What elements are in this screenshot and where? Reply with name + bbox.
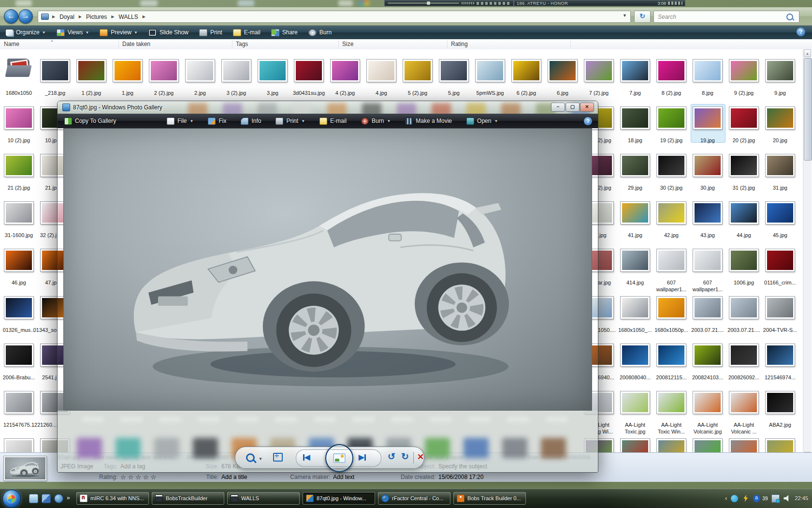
address-dropdown-icon[interactable]: ▼ <box>623 13 627 18</box>
file-thumbnail[interactable] <box>621 107 650 129</box>
window-switcher-icon[interactable] <box>42 494 51 503</box>
file-thumbnail[interactable] <box>4 154 33 177</box>
quick-launch-media-icon[interactable] <box>54 494 63 503</box>
slide-show-button[interactable]: Slide Show <box>148 29 188 36</box>
file-thumbnail[interactable] <box>766 107 795 129</box>
file-thumbnail[interactable] <box>729 107 758 129</box>
clock[interactable]: 22:45 <box>795 495 808 501</box>
file-thumbnail[interactable] <box>657 107 686 129</box>
breadcrumb-item-doyal[interactable]: Doyal <box>58 14 75 20</box>
gallery-titlebar[interactable]: 87qt0.jpg - Windows Photo Gallery –▢✕ <box>58 101 598 114</box>
file-thumbnail[interactable] <box>4 297 33 319</box>
breadcrumb-item-pictures[interactable]: Pictures <box>85 14 108 20</box>
file-thumbnail[interactable] <box>621 344 650 366</box>
play-slideshow-button[interactable] <box>325 444 353 472</box>
taskbar-button-mirc-6-34-with-nns-[interactable]: mIRC 6.34 with NNS... <box>76 492 149 505</box>
file-thumbnail[interactable] <box>4 391 33 414</box>
file-thumbnail[interactable] <box>77 60 106 82</box>
messenger-tray-icon[interactable] <box>753 495 760 502</box>
dropdown-caret-icon[interactable]: ▼ <box>134 30 138 35</box>
file-thumbnail[interactable] <box>657 249 686 271</box>
file-thumbnail[interactable] <box>439 60 468 82</box>
field-value[interactable]: 15/06/2008 17:20 <box>438 474 483 480</box>
file-thumbnail[interactable] <box>621 202 650 224</box>
file-thumbnail[interactable] <box>331 60 360 82</box>
file-thumbnail[interactable] <box>621 60 650 82</box>
dropdown-caret-icon[interactable]: ▼ <box>42 30 46 35</box>
scrollbar-thumb[interactable] <box>804 58 812 161</box>
file-thumbnail[interactable] <box>367 60 396 82</box>
copy-to-gallery-button[interactable]: Copy To Gallery <box>64 118 116 125</box>
winamp-seek-bar[interactable] <box>388 2 459 4</box>
breadcrumb[interactable]: ▶Doyal▶Pictures▶WALLS▶ <box>38 11 631 23</box>
file-thumbnail[interactable] <box>729 154 758 177</box>
file-thumbnail[interactable] <box>512 60 541 82</box>
file-thumbnail[interactable] <box>693 154 722 177</box>
file-thumbnail[interactable] <box>693 107 722 129</box>
file-thumbnail[interactable] <box>657 154 686 177</box>
column-header-name[interactable]: Name <box>4 41 19 47</box>
help-icon[interactable]: ? <box>797 28 805 36</box>
file-thumbnail[interactable] <box>113 60 142 82</box>
file-thumbnail[interactable] <box>693 391 722 414</box>
file-thumbnail[interactable] <box>621 391 650 414</box>
file-thumbnail[interactable] <box>729 249 758 271</box>
winamp-controls[interactable] <box>384 0 514 6</box>
file-thumbnail[interactable] <box>4 344 33 366</box>
column-header-rating[interactable]: Rating <box>451 41 468 47</box>
fix-button[interactable]: Fix <box>208 118 226 125</box>
winamp-track-display[interactable]: 186. ATREYU - HONOR 3:08 <box>514 0 685 6</box>
file-thumbnail[interactable] <box>4 202 33 224</box>
zoom-dropdown-icon[interactable]: ▼ <box>259 457 262 461</box>
file-button[interactable]: File▼ <box>167 118 193 125</box>
make-a-movie-button[interactable]: Make a Movie <box>405 118 452 125</box>
info-button[interactable]: Info <box>241 118 261 125</box>
file-thumbnail[interactable] <box>766 297 795 319</box>
start-button[interactable] <box>2 490 21 508</box>
file-thumbnail[interactable] <box>621 297 650 319</box>
vertical-scrollbar[interactable]: ▲ ▼ <box>803 49 812 460</box>
zoom-icon[interactable] <box>246 453 255 462</box>
quick-launch-overflow-icon[interactable]: » <box>67 494 70 501</box>
burn-button[interactable]: Burn <box>308 29 332 36</box>
previous-button[interactable]: ◀ <box>303 453 310 462</box>
file-thumbnail[interactable] <box>729 344 758 366</box>
file-thumbnail[interactable] <box>729 297 758 319</box>
dropdown-caret-icon[interactable]: ▼ <box>190 119 194 123</box>
e-mail-button[interactable]: E-mail <box>233 29 261 36</box>
close-button[interactable]: ✕ <box>580 103 594 112</box>
file-thumbnail[interactable] <box>657 391 686 414</box>
back-button[interactable]: ← <box>4 9 18 24</box>
dropdown-caret-icon[interactable]: ▼ <box>494 119 498 123</box>
file-thumbnail[interactable] <box>584 60 613 82</box>
show-desktop-icon[interactable] <box>29 494 38 503</box>
details-field-datecreated[interactable]: Date created:15/06/2008 17:20 <box>339 474 483 480</box>
dropdown-caret-icon[interactable]: ▼ <box>85 30 89 35</box>
minimize-button[interactable]: – <box>551 103 565 112</box>
file-thumbnail[interactable] <box>403 60 432 82</box>
column-header-tags[interactable]: Tags <box>236 41 248 47</box>
column-header-date-taken[interactable]: Date taken <box>122 41 150 47</box>
file-thumbnail[interactable] <box>766 154 795 177</box>
tray-chevron-icon[interactable]: ‹ <box>725 495 727 502</box>
dropdown-caret-icon[interactable]: ▼ <box>387 119 391 123</box>
file-thumbnail[interactable] <box>766 60 795 82</box>
breadcrumb-item-walls[interactable]: WALLS <box>118 14 139 20</box>
taskbar-button-bobs-track-builder-0-[interactable]: Bobs Track Builder 0... <box>453 492 526 505</box>
file-thumbnail[interactable] <box>766 344 795 366</box>
file-thumbnail[interactable] <box>657 344 686 366</box>
file-thumbnail[interactable] <box>621 249 650 271</box>
winamp-windowshade-buttons[interactable] <box>668 1 682 5</box>
file-thumbnail[interactable] <box>4 107 33 129</box>
winamp-transport-buttons[interactable] <box>477 2 510 5</box>
share-button[interactable]: Share <box>271 29 298 36</box>
network-tray-icon[interactable] <box>771 494 780 503</box>
file-thumbnail[interactable] <box>693 249 722 271</box>
burn-button[interactable]: Burn▼ <box>361 118 391 125</box>
file-thumbnail[interactable] <box>693 297 722 319</box>
file-thumbnail[interactable] <box>657 297 686 319</box>
refresh-button[interactable]: ↻ <box>634 11 651 23</box>
search-icon[interactable] <box>786 14 793 20</box>
file-thumbnail[interactable] <box>149 60 178 82</box>
taskbar-button-rfactor-central-co-[interactable]: rFactor Central - Co... <box>378 492 450 505</box>
